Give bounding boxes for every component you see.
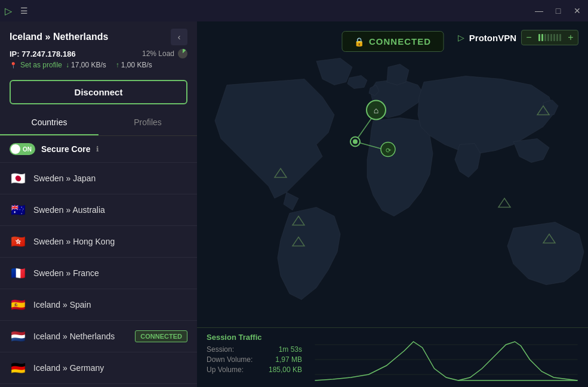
main-container: Iceland » Netherlands ‹ IP: 77.247.178.1… xyxy=(0,21,588,387)
down-volume-value: 1,97 MB xyxy=(275,355,302,364)
iceland-dot xyxy=(353,140,358,144)
toggle-on-label: ON xyxy=(23,146,32,153)
minimize-button[interactable]: — xyxy=(533,5,545,17)
traffic-title: Session Traffic xyxy=(207,333,302,342)
zoom-tick-3 xyxy=(544,34,546,41)
server-item[interactable]: 🇪🇸Iceland » Spain xyxy=(0,289,197,321)
secure-core-toggle[interactable]: ON xyxy=(10,143,35,155)
zoom-in-button[interactable]: + xyxy=(564,30,578,45)
zoom-tick-6 xyxy=(553,34,555,41)
server-name: Sweden » Hong Kong xyxy=(33,237,187,246)
connection-info: Iceland » Netherlands ‹ IP: 77.247.178.1… xyxy=(0,21,197,74)
server-flag: 🇭🇰 xyxy=(10,234,26,249)
maximize-button[interactable]: □ xyxy=(552,5,564,17)
menu-button[interactable]: ☰ xyxy=(18,5,30,17)
info-icon[interactable]: ℹ xyxy=(96,145,99,153)
close-button[interactable]: ✕ xyxy=(571,5,583,17)
server-flag: 🇩🇪 xyxy=(10,361,26,375)
server-name: Sweden » Australia xyxy=(33,205,187,215)
server-list: 🇯🇵Sweden » Japan🇦🇺Sweden » Australia🇭🇰Sw… xyxy=(0,163,197,387)
server-item[interactable]: 🇩🇪Iceland » Germany xyxy=(0,352,197,384)
server-item[interactable]: 🇯🇵Sweden » Japan xyxy=(0,163,197,194)
zoom-out-button[interactable]: − xyxy=(522,30,536,45)
traffic-chart xyxy=(314,333,578,382)
traffic-chart-svg xyxy=(314,333,578,382)
zoom-tick-4 xyxy=(547,34,549,41)
disconnect-button[interactable]: Disconnect xyxy=(10,80,187,104)
server-item[interactable]: 🇫🇷Sweden » France xyxy=(0,258,197,289)
zoom-tick-1 xyxy=(538,34,540,41)
server-name: Iceland » Netherlands xyxy=(33,332,128,341)
zoom-bar xyxy=(536,34,564,41)
download-icon: ↓ xyxy=(66,61,69,69)
ip-address: 77.247.178.186 xyxy=(21,49,75,58)
up-volume-value: 185,00 KB xyxy=(269,366,302,374)
server-name: Iceland » Germany xyxy=(33,363,187,373)
routing-icon: ⟳ xyxy=(386,147,391,154)
server-name: Iceland » Spain xyxy=(33,300,187,309)
zoom-tick-8 xyxy=(559,34,561,41)
speeds: ↓ 17,00 KB/s ↑ 1,00 KB/s xyxy=(66,61,152,69)
session-value: 1m 53s xyxy=(279,345,302,354)
left-panel: Iceland » Netherlands ‹ IP: 77.247.178.1… xyxy=(0,21,197,387)
map-panel: 🔒 CONNECTED ▷ ProtonVPN − + xyxy=(197,21,588,387)
server-tabs: Countries Profiles xyxy=(0,110,197,136)
download-speed-value: 17,00 KB/s xyxy=(71,61,106,69)
zoom-tick-7 xyxy=(556,34,558,41)
server-flag: 🇪🇸 xyxy=(10,298,26,312)
connection-ip: IP: 77.247.178.186 xyxy=(10,49,76,58)
server-name: Sweden » Japan xyxy=(33,174,187,183)
connection-load: 12% Load xyxy=(142,49,187,58)
titlebar-left: ▷ ☰ xyxy=(5,5,30,17)
upload-speed: ↑ 1,00 KB/s xyxy=(116,61,152,69)
server-flag: 🇫🇷 xyxy=(10,266,26,280)
app-logo-icon: ▷ xyxy=(5,5,12,17)
connection-header: Iceland » Netherlands ‹ xyxy=(10,29,187,45)
load-label: 12% Load xyxy=(142,49,174,58)
upload-speed-value: 1,00 KB/s xyxy=(121,61,152,69)
toggle-knob xyxy=(11,144,20,154)
server-item[interactable]: 🇦🇺Sweden » Australia xyxy=(0,194,197,226)
connection-details: IP: 77.247.178.186 12% Load xyxy=(10,49,187,58)
proton-arrow-icon: ▷ xyxy=(458,33,464,42)
collapse-button[interactable]: ‹ xyxy=(171,29,187,45)
down-volume-label: Down Volume: xyxy=(207,355,253,364)
server-flag: 🇳🇱 xyxy=(10,329,26,343)
titlebar: ▷ ☰ — □ ✕ xyxy=(0,0,588,21)
upload-icon: ↑ xyxy=(116,61,119,69)
secure-core-toggle-row: ON Secure Core ℹ xyxy=(0,136,197,163)
server-flag: 🇯🇵 xyxy=(10,171,26,185)
download-speed: ↓ 17,00 KB/s xyxy=(66,61,106,69)
connected-status-bar: 🔒 CONNECTED xyxy=(341,31,444,52)
server-item[interactable]: 🇭🇰Sweden » Hong Kong xyxy=(0,226,197,258)
set-profile-row: 📍 Set as profile ↓ 17,00 KB/s ↑ 1,00 KB/… xyxy=(10,61,187,69)
zoom-controls: − + xyxy=(521,30,578,45)
connected-badge: CONNECTED xyxy=(135,330,187,342)
traffic-panel: Session Traffic Session: 1m 53s Down Vol… xyxy=(197,327,588,387)
connected-status-text: CONNECTED xyxy=(369,36,431,47)
pin-icon: 📍 xyxy=(10,62,17,69)
tab-countries[interactable]: Countries xyxy=(0,110,98,135)
proton-label: ▷ ProtonVPN − + xyxy=(458,30,578,45)
server-name: Sweden » France xyxy=(33,268,187,278)
connection-server-name: Iceland » Netherlands xyxy=(10,32,108,42)
traffic-info: Session Traffic Session: 1m 53s Down Vol… xyxy=(207,333,302,382)
session-label: Session: xyxy=(207,345,234,354)
zoom-tick-5 xyxy=(550,34,552,41)
load-bar-icon xyxy=(178,49,187,58)
zoom-tick-2 xyxy=(541,34,543,41)
ip-label: IP: xyxy=(10,49,20,58)
window-controls: — □ ✕ xyxy=(533,5,583,17)
set-profile-link[interactable]: Set as profile xyxy=(20,61,62,69)
home-icon: ⌂ xyxy=(374,106,378,115)
tab-profiles[interactable]: Profiles xyxy=(98,110,197,135)
secure-core-label: Secure Core xyxy=(41,144,90,154)
down-volume-row: Down Volume: 1,97 MB xyxy=(207,355,302,364)
up-volume-row: Up Volume: 185,00 KB xyxy=(207,366,302,374)
session-row: Session: 1m 53s xyxy=(207,345,302,354)
proton-vpn-name: ProtonVPN xyxy=(469,33,516,43)
up-volume-label: Up Volume: xyxy=(207,366,244,374)
lock-icon: 🔒 xyxy=(354,37,364,47)
server-item[interactable]: 🇳🇱Iceland » NetherlandsCONNECTED xyxy=(0,321,197,352)
server-flag: 🇦🇺 xyxy=(10,203,26,217)
